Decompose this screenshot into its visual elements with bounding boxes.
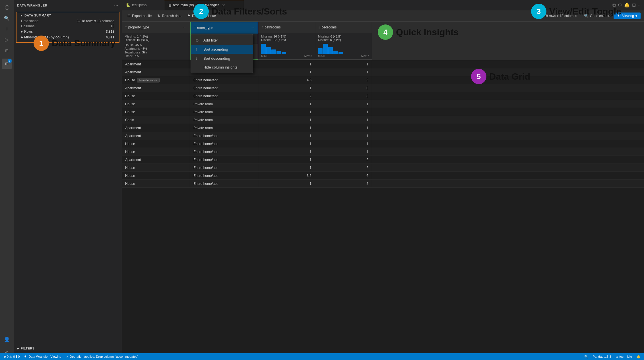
main-panel: 🐍 test.ipynb ⊞ test.ipynb (df) - Data Wr…	[122, 0, 644, 360]
tab-test-ipynb[interactable]: 🐍 test.ipynb	[122, 0, 164, 10]
viewing-toggle[interactable]: 👁 Viewing ▾	[614, 13, 641, 19]
data-rows-container: 5 Data Grid Apartment Entire home/apt 1 …	[122, 60, 644, 360]
col-header-bedrooms[interactable]: # bedrooms Missing: 6 (<1%) Distinct: 8 …	[315, 22, 372, 60]
sidebar: DATA WRANGLER ··· ▼ DATA SUMMARY Data sh…	[14, 0, 122, 360]
settings-icon[interactable]: ⚙	[618, 2, 622, 8]
table-row: House Private room Entire home/apt 4.5 5	[122, 76, 644, 84]
table-row: Apartment Private room 1 1	[122, 124, 644, 132]
data-summary-header[interactable]: ▼ DATA SUMMARY	[16, 12, 119, 18]
split-editor-icon[interactable]: ⧉	[612, 3, 616, 8]
activity-icon-run[interactable]: ▷	[2, 35, 12, 45]
activity-icon-user[interactable]: 👤	[2, 334, 12, 345]
activity-icon-source-control[interactable]: ⑂	[2, 24, 12, 34]
status-operation: ✓ Operation applied: Drop column: 'accom…	[66, 355, 138, 359]
status-pandas: Pandas 1.5.3	[593, 355, 611, 358]
sidebar-menu-button[interactable]: ···	[114, 2, 118, 8]
table-row: House Entire home/apt 2 3	[122, 92, 644, 100]
activity-icon-extensions[interactable]: ⊞	[2, 45, 12, 56]
activity-icon-explorer[interactable]: ⬡	[2, 2, 12, 13]
table-row: House Entire home/apt 3.5 6	[122, 172, 644, 180]
column-headers-area: T property_type ··· Missing: 1 (<1%) Dis…	[122, 22, 644, 60]
status-errors[interactable]: ⊗ 0 ⚠ 0 ℹ 0	[3, 354, 20, 359]
table-row: Apartment Entire home/apt 1 0	[122, 84, 644, 92]
status-wrangler: 👁 Data Wrangler: Viewing	[24, 355, 61, 358]
panel-layout-icon[interactable]: ⊟	[632, 2, 636, 8]
col-header-property-type[interactable]: T property_type ··· Missing: 1 (<1%) Dis…	[122, 22, 190, 60]
col-label-bedrooms: bedrooms	[321, 25, 337, 29]
status-bell[interactable]: 🔔	[637, 355, 641, 359]
rows-cols-info: 3818 rows x 13 columns	[540, 14, 577, 18]
rows-row[interactable]: ▶ Rows 3,818	[16, 29, 119, 34]
filters-section[interactable]: ▶ FILTERS	[14, 345, 122, 352]
col-header-bathrooms[interactable]: # bathrooms Missing: 16 (<1%) Distinct: …	[258, 22, 315, 60]
more-actions-icon[interactable]: ···	[638, 3, 642, 8]
menu-item-sort-ascending[interactable]: ↑ Sort ascending	[191, 45, 253, 54]
toolbar: ⊞ Export as file ↻ Refresh data ⚑ Report…	[122, 10, 644, 22]
report-btn[interactable]: ⚑ Report an issue	[185, 13, 218, 19]
table-row: House Private room 1 1	[122, 108, 644, 116]
refresh-btn[interactable]: ↻ Refresh data	[155, 13, 184, 19]
data-summary-panel: ▼ DATA SUMMARY Data shape 3,818 rows x 1…	[16, 12, 119, 43]
table-row: Cabin Private room 1 1	[122, 116, 644, 124]
table-row: House Entire home/apt 1 2	[122, 180, 644, 188]
bell-icon[interactable]: 🔔	[624, 2, 630, 8]
activity-icon-data-wrangler[interactable]: ⊞ 6	[2, 59, 12, 69]
table-row: House Entire home/apt 1 1	[122, 148, 644, 156]
columns-value: 13	[111, 24, 114, 28]
col-menu-room-type[interactable]: ···	[251, 26, 254, 30]
col-header-room-type[interactable]: T room_type ··· Missing: D Distinct:	[190, 22, 258, 60]
table-row: House Private room 1 1	[122, 100, 644, 108]
col-label-property-type: property_type	[128, 25, 149, 29]
sidebar-title: DATA WRANGLER	[17, 4, 48, 7]
menu-item-add-filter[interactable]: ⊘ Add filter	[191, 36, 253, 45]
goto-column-btn[interactable]: 🔍 Go to column	[582, 13, 612, 19]
col-menu-property-type[interactable]: ···	[183, 25, 186, 29]
missing-value: 4,811	[106, 35, 114, 39]
tab-close-btn[interactable]: ✕	[222, 3, 225, 7]
data-shape-label: Data shape	[21, 19, 38, 23]
status-zoom: 🔍	[584, 355, 588, 359]
tab-data-wrangler[interactable]: ⊞ test.ipynb (df) - Data Wrangler ✕	[164, 0, 244, 10]
tab-bar: 🐍 test.ipynb ⊞ test.ipynb (df) - Data Wr…	[122, 0, 644, 10]
table-row: Apartment Entire home/apt 1 2	[122, 156, 644, 164]
status-bar: ⊗ 0 ⚠ 0 ℹ 0 👁 Data Wrangler: Viewing ✓ O…	[0, 353, 644, 360]
context-menu: ⊘ Add filter ↑ Sort ascending ↓ Sort des…	[191, 34, 253, 73]
data-summary-title: DATA SUMMARY	[24, 14, 51, 17]
table-row: House Entire home/apt 1 1	[122, 140, 644, 148]
activity-icon-search[interactable]: 🔍	[2, 13, 12, 23]
status-kernel: ⊞ test - idle	[616, 355, 632, 359]
activity-bar: ⬡ 🔍 ⑂ ▷ ⊞ ⊞ 6 👤 ⚙	[0, 0, 14, 360]
missing-row[interactable]: ▶ Missing values (by column) 4,811	[16, 34, 119, 40]
col-label-room-type: room_type	[197, 26, 213, 30]
columns-label: Columns	[21, 24, 34, 28]
menu-item-sort-descending[interactable]: ↓ Sort descending	[191, 54, 253, 63]
export-btn[interactable]: ⊞ Export as file	[125, 13, 154, 19]
col-label-bathrooms: bathrooms	[265, 25, 281, 29]
menu-item-hide-insights[interactable]: Hide column insights	[191, 63, 253, 72]
table-row: House Entire home/apt 1 2	[122, 164, 644, 172]
data-grid-area: T property_type ··· Missing: 1 (<1%) Dis…	[122, 22, 644, 360]
rows-value: 3,818	[106, 30, 114, 34]
table-row: Apartment Entire home/apt 1 1	[122, 132, 644, 140]
data-shape-value: 3,818 rows x 13 columns	[77, 19, 114, 23]
